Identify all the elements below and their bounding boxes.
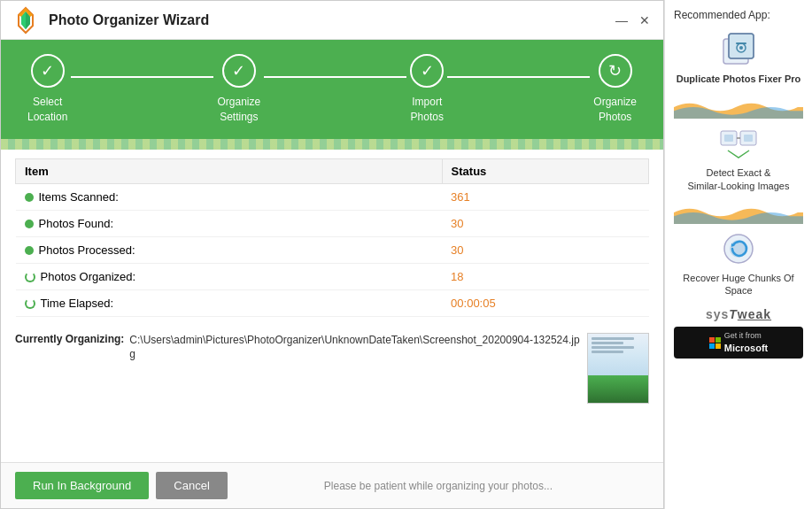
recover-space-icon — [719, 229, 758, 268]
row-label-1: Photos Found: — [16, 210, 443, 236]
step-import-photos: ✓ ImportPhotos — [410, 54, 444, 125]
step-circle-1: ✓ — [31, 54, 65, 88]
minimize-button[interactable]: — — [614, 12, 630, 28]
status-spin-icon — [25, 298, 35, 309]
row-value-3: 18 — [442, 263, 648, 289]
rec-app-2-name: Detect Exact &Similar-Looking Images — [688, 166, 790, 192]
status-dot-icon — [25, 246, 34, 255]
connector-3 — [447, 76, 590, 78]
table-row: Photos Found:30 — [16, 210, 649, 236]
step-label-1: SelectLocation — [27, 95, 67, 125]
row-value-0: 361 — [442, 183, 648, 210]
bottom-buttons: Run In Background Cancel — [15, 472, 228, 499]
wave-border — [1, 139, 663, 150]
thumb-line-4 — [592, 351, 623, 353]
row-label-2: Photos Processed: — [16, 236, 443, 263]
step-select-location: ✓ SelectLocation — [27, 54, 67, 125]
ms-badge-text: Get it from Microsoft — [724, 331, 769, 354]
rec-app-1[interactable]: Duplicate Photos Fixer Pro — [674, 28, 803, 85]
bottom-bar: Run In Background Cancel Please be patie… — [1, 462, 663, 508]
thumb-line-1 — [592, 337, 634, 340]
status-spin-icon — [25, 272, 35, 282]
table-row: Items Scanned:361 — [16, 183, 649, 210]
row-value-1: 30 — [442, 210, 648, 236]
wave-divider-1 — [674, 94, 803, 120]
svg-rect-9 — [736, 42, 746, 44]
rec-app-1-name: Duplicate Photos Fixer Pro — [677, 73, 801, 85]
table-row: Photos Organized:18 — [16, 263, 649, 289]
step-circle-2: ✓ — [222, 54, 256, 88]
row-value-4: 00:00:05 — [442, 289, 648, 316]
title-bar-left: Photo Organizer Wizard — [12, 6, 209, 35]
step-label-2: OrganizeSettings — [217, 95, 260, 125]
organizing-row: Currently Organizing: C:\Users\admin\Pic… — [15, 326, 649, 411]
title-bar-controls: — ✕ — [614, 12, 653, 28]
svg-point-10 — [739, 46, 743, 50]
organizing-path: C:\Users\admin\Pictures\PhotoOrganizer\U… — [129, 333, 580, 363]
detect-similar-icon — [719, 124, 758, 163]
connector-2 — [264, 76, 406, 78]
step-organize-photos: ↻ OrganizePhotos — [593, 54, 637, 125]
organizing-label: Currently Organizing: — [15, 333, 124, 345]
step-circle-3: ✓ — [410, 54, 444, 88]
status-dot-icon — [25, 193, 34, 202]
cancel-button[interactable]: Cancel — [156, 472, 227, 499]
col-status-header: Status — [442, 158, 648, 183]
row-label-3: Photos Organized: — [16, 263, 443, 289]
table-row: Photos Processed:30 — [16, 236, 649, 263]
app-logo-icon — [12, 6, 40, 35]
status-dot-icon — [25, 220, 34, 228]
status-table: Item Status Items Scanned:361Photos Foun… — [15, 158, 649, 317]
ms-logo-icon — [709, 337, 721, 349]
steps-bar: ✓ SelectLocation ✓ OrganizeSettings ✓ Im… — [1, 40, 663, 139]
rec-app-3[interactable]: Recover Huge Chunks OfSpace — [674, 229, 803, 297]
svg-rect-14 — [744, 135, 753, 142]
close-button[interactable]: ✕ — [637, 12, 653, 28]
content-area: Item Status Items Scanned:361Photos Foun… — [1, 150, 663, 462]
thumb-line-2 — [592, 342, 623, 344]
systweak-logo: sysTweak — [674, 307, 803, 321]
app-title: Photo Organizer Wizard — [49, 12, 209, 28]
step-label-3: ImportPhotos — [411, 95, 444, 125]
duplicate-photos-fixer-icon — [716, 28, 761, 73]
systweak-text: sysTweak — [706, 307, 771, 321]
connector-1 — [71, 76, 213, 78]
rec-app-3-name: Recover Huge Chunks OfSpace — [683, 272, 793, 297]
step-organize-settings: ✓ OrganizeSettings — [217, 54, 260, 125]
svg-rect-12 — [724, 135, 733, 142]
row-value-2: 30 — [442, 236, 648, 263]
recommended-title: Recommended App: — [674, 9, 803, 21]
ms-badge[interactable]: Get it from Microsoft — [674, 327, 803, 359]
wave-divider-2 — [674, 199, 803, 226]
row-label-0: Items Scanned: — [16, 183, 443, 210]
main-window: Photo Organizer Wizard — ✕ ✓ SelectLocat… — [0, 0, 664, 509]
rec-app-2[interactable]: Detect Exact &Similar-Looking Images — [674, 124, 803, 192]
step-label-4: OrganizePhotos — [593, 95, 637, 125]
thumbnail-preview — [587, 333, 649, 404]
patience-text: Please be patient while organizing your … — [228, 480, 649, 492]
run-background-button[interactable]: Run In Background — [15, 472, 149, 499]
title-bar: Photo Organizer Wizard — ✕ — [1, 1, 663, 40]
ms-badge-inner: Get it from Microsoft — [679, 331, 798, 354]
col-item-header: Item — [16, 158, 443, 183]
step-circle-4: ↻ — [599, 54, 632, 88]
thumb-line-3 — [592, 346, 634, 349]
right-panel: Recommended App: Duplicate Photos Fixer … — [664, 0, 812, 509]
table-row: Time Elapsed:00:00:05 — [16, 289, 649, 316]
row-label-4: Time Elapsed: — [16, 289, 443, 316]
